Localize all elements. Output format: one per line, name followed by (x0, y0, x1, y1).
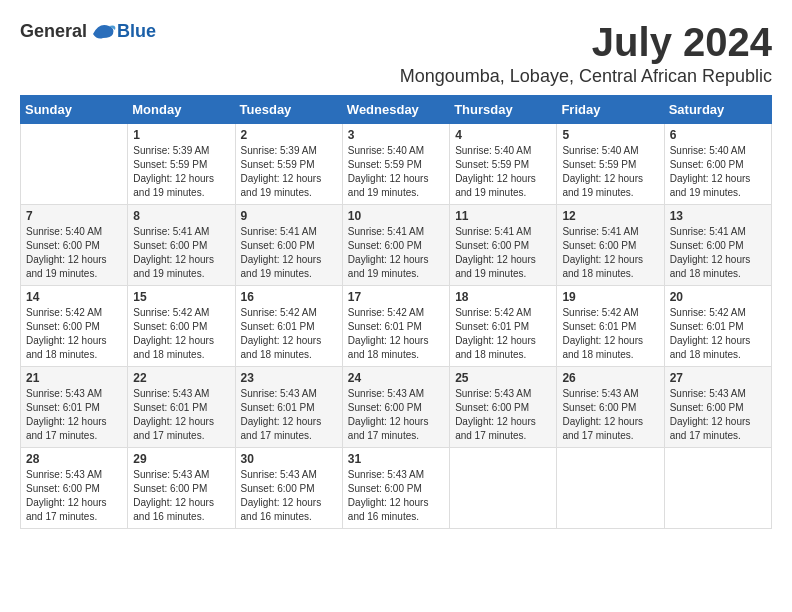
day-info: Sunrise: 5:39 AM Sunset: 5:59 PM Dayligh… (241, 144, 337, 200)
header-friday: Friday (557, 96, 664, 124)
calendar-day-cell: 18Sunrise: 5:42 AM Sunset: 6:01 PM Dayli… (450, 286, 557, 367)
calendar-day-cell: 17Sunrise: 5:42 AM Sunset: 6:01 PM Dayli… (342, 286, 449, 367)
day-number: 3 (348, 128, 444, 142)
day-number: 26 (562, 371, 658, 385)
day-number: 9 (241, 209, 337, 223)
day-number: 25 (455, 371, 551, 385)
day-number: 22 (133, 371, 229, 385)
calendar-day-cell: 21Sunrise: 5:43 AM Sunset: 6:01 PM Dayli… (21, 367, 128, 448)
calendar-day-cell: 7Sunrise: 5:40 AM Sunset: 6:00 PM Daylig… (21, 205, 128, 286)
header-thursday: Thursday (450, 96, 557, 124)
calendar-day-cell: 28Sunrise: 5:43 AM Sunset: 6:00 PM Dayli… (21, 448, 128, 529)
day-info: Sunrise: 5:41 AM Sunset: 6:00 PM Dayligh… (348, 225, 444, 281)
day-number: 12 (562, 209, 658, 223)
calendar-week-row: 21Sunrise: 5:43 AM Sunset: 6:01 PM Dayli… (21, 367, 772, 448)
day-info: Sunrise: 5:42 AM Sunset: 6:01 PM Dayligh… (562, 306, 658, 362)
calendar-day-cell: 8Sunrise: 5:41 AM Sunset: 6:00 PM Daylig… (128, 205, 235, 286)
day-number: 6 (670, 128, 766, 142)
calendar-day-cell (664, 448, 771, 529)
calendar-day-cell: 14Sunrise: 5:42 AM Sunset: 6:00 PM Dayli… (21, 286, 128, 367)
calendar-week-row: 1Sunrise: 5:39 AM Sunset: 5:59 PM Daylig… (21, 124, 772, 205)
calendar-day-cell: 12Sunrise: 5:41 AM Sunset: 6:00 PM Dayli… (557, 205, 664, 286)
day-info: Sunrise: 5:43 AM Sunset: 6:00 PM Dayligh… (455, 387, 551, 443)
day-info: Sunrise: 5:40 AM Sunset: 5:59 PM Dayligh… (455, 144, 551, 200)
day-info: Sunrise: 5:41 AM Sunset: 6:00 PM Dayligh… (562, 225, 658, 281)
day-info: Sunrise: 5:43 AM Sunset: 6:00 PM Dayligh… (133, 468, 229, 524)
calendar-day-cell: 20Sunrise: 5:42 AM Sunset: 6:01 PM Dayli… (664, 286, 771, 367)
calendar-day-cell: 19Sunrise: 5:42 AM Sunset: 6:01 PM Dayli… (557, 286, 664, 367)
calendar-day-cell: 3Sunrise: 5:40 AM Sunset: 5:59 PM Daylig… (342, 124, 449, 205)
day-info: Sunrise: 5:40 AM Sunset: 5:59 PM Dayligh… (562, 144, 658, 200)
calendar-day-cell: 24Sunrise: 5:43 AM Sunset: 6:00 PM Dayli… (342, 367, 449, 448)
day-number: 15 (133, 290, 229, 304)
day-info: Sunrise: 5:42 AM Sunset: 6:00 PM Dayligh… (26, 306, 122, 362)
header-monday: Monday (128, 96, 235, 124)
calendar-day-cell: 6Sunrise: 5:40 AM Sunset: 6:00 PM Daylig… (664, 124, 771, 205)
day-info: Sunrise: 5:43 AM Sunset: 6:00 PM Dayligh… (348, 387, 444, 443)
day-info: Sunrise: 5:42 AM Sunset: 6:01 PM Dayligh… (241, 306, 337, 362)
day-info: Sunrise: 5:43 AM Sunset: 6:00 PM Dayligh… (348, 468, 444, 524)
day-number: 7 (26, 209, 122, 223)
day-info: Sunrise: 5:43 AM Sunset: 6:00 PM Dayligh… (562, 387, 658, 443)
header-saturday: Saturday (664, 96, 771, 124)
calendar-day-cell: 29Sunrise: 5:43 AM Sunset: 6:00 PM Dayli… (128, 448, 235, 529)
day-info: Sunrise: 5:43 AM Sunset: 6:01 PM Dayligh… (26, 387, 122, 443)
calendar-day-cell: 23Sunrise: 5:43 AM Sunset: 6:01 PM Dayli… (235, 367, 342, 448)
day-info: Sunrise: 5:43 AM Sunset: 6:01 PM Dayligh… (133, 387, 229, 443)
calendar-day-cell: 4Sunrise: 5:40 AM Sunset: 5:59 PM Daylig… (450, 124, 557, 205)
day-info: Sunrise: 5:43 AM Sunset: 6:00 PM Dayligh… (26, 468, 122, 524)
calendar-day-cell: 26Sunrise: 5:43 AM Sunset: 6:00 PM Dayli… (557, 367, 664, 448)
day-number: 2 (241, 128, 337, 142)
calendar-day-cell: 27Sunrise: 5:43 AM Sunset: 6:00 PM Dayli… (664, 367, 771, 448)
day-number: 10 (348, 209, 444, 223)
calendar-day-cell: 10Sunrise: 5:41 AM Sunset: 6:00 PM Dayli… (342, 205, 449, 286)
day-info: Sunrise: 5:41 AM Sunset: 6:00 PM Dayligh… (670, 225, 766, 281)
day-number: 19 (562, 290, 658, 304)
day-number: 5 (562, 128, 658, 142)
page-header: General Blue July 2024 Mongoumba, Lobaye… (20, 20, 772, 87)
day-number: 16 (241, 290, 337, 304)
weekday-header-row: Sunday Monday Tuesday Wednesday Thursday… (21, 96, 772, 124)
day-info: Sunrise: 5:41 AM Sunset: 6:00 PM Dayligh… (133, 225, 229, 281)
header-sunday: Sunday (21, 96, 128, 124)
calendar-day-cell: 9Sunrise: 5:41 AM Sunset: 6:00 PM Daylig… (235, 205, 342, 286)
calendar-week-row: 28Sunrise: 5:43 AM Sunset: 6:00 PM Dayli… (21, 448, 772, 529)
day-number: 20 (670, 290, 766, 304)
calendar-week-row: 7Sunrise: 5:40 AM Sunset: 6:00 PM Daylig… (21, 205, 772, 286)
calendar-day-cell: 31Sunrise: 5:43 AM Sunset: 6:00 PM Dayli… (342, 448, 449, 529)
calendar-day-cell (557, 448, 664, 529)
logo-general-text: General (20, 21, 87, 42)
day-info: Sunrise: 5:40 AM Sunset: 5:59 PM Dayligh… (348, 144, 444, 200)
day-number: 4 (455, 128, 551, 142)
day-info: Sunrise: 5:42 AM Sunset: 6:00 PM Dayligh… (133, 306, 229, 362)
day-number: 29 (133, 452, 229, 466)
day-number: 23 (241, 371, 337, 385)
day-number: 1 (133, 128, 229, 142)
header-tuesday: Tuesday (235, 96, 342, 124)
calendar-day-cell: 25Sunrise: 5:43 AM Sunset: 6:00 PM Dayli… (450, 367, 557, 448)
day-number: 11 (455, 209, 551, 223)
calendar-table: Sunday Monday Tuesday Wednesday Thursday… (20, 95, 772, 529)
calendar-day-cell: 5Sunrise: 5:40 AM Sunset: 5:59 PM Daylig… (557, 124, 664, 205)
calendar-week-row: 14Sunrise: 5:42 AM Sunset: 6:00 PM Dayli… (21, 286, 772, 367)
logo-blue-text: Blue (117, 21, 156, 42)
day-number: 13 (670, 209, 766, 223)
location-subtitle: Mongoumba, Lobaye, Central African Repub… (400, 66, 772, 87)
title-area: July 2024 Mongoumba, Lobaye, Central Afr… (400, 20, 772, 87)
day-number: 27 (670, 371, 766, 385)
day-number: 17 (348, 290, 444, 304)
day-number: 21 (26, 371, 122, 385)
day-info: Sunrise: 5:42 AM Sunset: 6:01 PM Dayligh… (348, 306, 444, 362)
day-number: 24 (348, 371, 444, 385)
day-number: 30 (241, 452, 337, 466)
day-number: 8 (133, 209, 229, 223)
day-info: Sunrise: 5:43 AM Sunset: 6:00 PM Dayligh… (670, 387, 766, 443)
header-wednesday: Wednesday (342, 96, 449, 124)
calendar-day-cell: 13Sunrise: 5:41 AM Sunset: 6:00 PM Dayli… (664, 205, 771, 286)
day-info: Sunrise: 5:41 AM Sunset: 6:00 PM Dayligh… (241, 225, 337, 281)
day-info: Sunrise: 5:43 AM Sunset: 6:01 PM Dayligh… (241, 387, 337, 443)
logo: General Blue (20, 20, 156, 42)
logo-bird-icon (89, 20, 117, 42)
day-info: Sunrise: 5:42 AM Sunset: 6:01 PM Dayligh… (670, 306, 766, 362)
day-number: 28 (26, 452, 122, 466)
